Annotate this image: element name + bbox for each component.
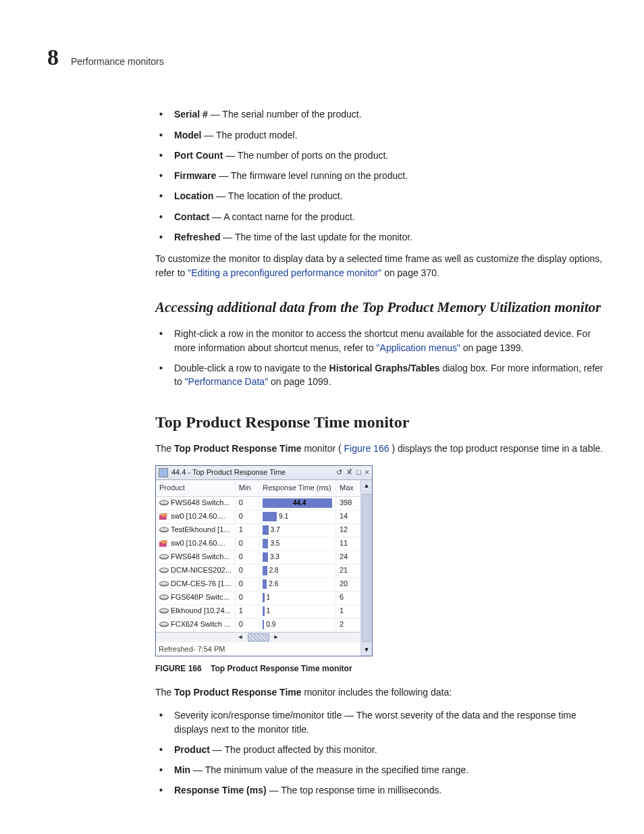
col-max[interactable]: Max — [336, 480, 360, 497]
response-time-bar — [263, 525, 269, 535]
cell-product: FGS648P Switc... — [156, 591, 235, 604]
vertical-scrollbar[interactable]: ▲ ▼ — [360, 480, 372, 656]
product-name: TestElkhound [1... — [171, 525, 230, 533]
table-row[interactable]: FGS648P Switc...016 — [156, 591, 360, 604]
maximize-icon[interactable]: □ — [356, 467, 361, 478]
cell-response-time: 0.9 — [259, 618, 336, 631]
section-heading: Top Product Response Time monitor — [155, 411, 603, 434]
link-application-menus[interactable]: "Application menus" — [377, 342, 460, 353]
svg-point-5 — [160, 527, 169, 531]
list-item: Model — The product model. — [155, 128, 603, 142]
svg-rect-3 — [161, 513, 167, 517]
table-row[interactable]: sw0 [10.24.60....09.114 — [156, 510, 360, 523]
accessing-list: Right-click a row in the monitor to acce… — [155, 327, 603, 388]
switch-device-icon — [159, 621, 169, 628]
bold-text: Historical Graphs/Tables — [329, 363, 440, 373]
switch-device-icon — [159, 581, 169, 588]
response-time-bar — [263, 552, 268, 562]
product-name: FCX624 Switch ... — [171, 620, 230, 628]
cell-min: 0 — [235, 537, 259, 550]
chapter-number: 8 — [47, 41, 59, 74]
nic-device-icon — [159, 540, 169, 547]
list-item: Min — The minimum value of the measure i… — [155, 763, 603, 777]
response-time-value: 2.6 — [269, 579, 278, 590]
cell-max: 24 — [336, 550, 360, 564]
link-editing-preconfigured[interactable]: "Editing a preconfigured performance mon… — [188, 267, 381, 278]
cell-max: 2 — [336, 618, 360, 631]
switch-device-icon — [159, 527, 169, 533]
figure-label: FIGURE 166 — [155, 664, 202, 673]
scroll-up-icon[interactable]: ▲ — [361, 480, 372, 492]
figure-caption: FIGURE 166 Top Product Response Time mon… — [155, 663, 603, 675]
cell-response-time: 2.8 — [259, 564, 336, 577]
description: — The serial number of the product. — [208, 109, 362, 120]
response-time-value: 0.9 — [266, 620, 275, 630]
term: Min — [174, 764, 190, 775]
table-row[interactable]: TestElkhound [1...13.712 — [156, 523, 360, 537]
collapse-icon[interactable]: ✕̂ — [346, 467, 352, 478]
close-icon[interactable]: × — [365, 467, 369, 478]
term: Contact — [174, 211, 209, 222]
response-time-bar — [263, 539, 268, 548]
cell-product: sw0 [10.24.60.... — [156, 537, 235, 550]
description: — The product affected by this monitor. — [210, 744, 377, 755]
horizontal-scrollbar[interactable]: ◄ ► — [156, 632, 360, 642]
cell-max: 14 — [336, 510, 360, 523]
cell-response-time: 1 — [259, 604, 336, 618]
description: — The product model. — [201, 130, 297, 140]
svg-point-11 — [160, 568, 169, 572]
nic-device-icon — [159, 513, 169, 520]
accessing-heading: Accessing additional data from the Top P… — [155, 297, 603, 317]
intro-paragraph: The Top Product Response Time monitor ( … — [155, 442, 603, 455]
cell-response-time: 9.1 — [259, 510, 336, 523]
figure-166: 44.4 - Top Product Response Time ↺ ✕̂ □ … — [155, 465, 603, 675]
scroll-left-icon[interactable]: ◄ — [238, 633, 244, 642]
customize-paragraph: To customize the monitor to display data… — [155, 252, 603, 280]
table-row[interactable]: FWS648 Switch...044.4398 — [156, 496, 360, 510]
list-item: Response Time (ms) — The top response ti… — [155, 783, 603, 797]
table-row[interactable]: Elkhound [10.24...111 — [156, 604, 360, 618]
cell-max: 1 — [336, 604, 360, 618]
product-name: sw0 [10.24.60.... — [171, 539, 225, 547]
data-points-list: Severity icon/response time/monitor titl… — [155, 708, 603, 797]
scroll-thumb[interactable] — [362, 494, 371, 642]
switch-device-icon — [159, 594, 169, 601]
link-figure-166[interactable]: Figure 166 — [344, 443, 390, 454]
scroll-thumb[interactable] — [248, 633, 269, 642]
bold-text: Top Product Response Time — [174, 443, 302, 454]
cell-min: 0 — [235, 550, 259, 564]
cell-product: DCM-NICES202... — [156, 564, 235, 577]
table-row[interactable]: sw0 [10.24.60....03.511 — [156, 537, 360, 550]
page-header: 8 Performance monitors — [47, 41, 603, 74]
response-time-bar — [263, 566, 267, 575]
cell-min: 0 — [235, 577, 259, 591]
col-product[interactable]: Product — [156, 480, 235, 497]
cell-max: 398 — [336, 496, 360, 510]
table-row[interactable]: DCM-CES-76 [1...02.620 — [156, 577, 360, 591]
table-row[interactable]: FCX624 Switch ...00.92 — [156, 618, 360, 631]
switch-device-icon — [159, 567, 169, 574]
cell-min: 0 — [235, 510, 259, 523]
link-performance-data[interactable]: "Performance Data" — [185, 376, 269, 387]
cell-response-time: 3.3 — [259, 550, 336, 564]
svg-point-19 — [160, 622, 169, 626]
table-row[interactable]: FWS648 Switch...03.324 — [156, 550, 360, 564]
product-name: FWS648 Switch... — [171, 498, 230, 506]
titlebar-controls: ↺ ✕̂ □ × — [336, 467, 369, 478]
switch-device-icon — [159, 608, 169, 615]
refresh-icon[interactable]: ↺ — [336, 467, 342, 478]
list-item: Refreshed — The time of the last update … — [155, 230, 603, 244]
term: Serial # — [174, 109, 208, 120]
switch-device-icon — [159, 554, 169, 561]
scroll-right-icon[interactable]: ► — [273, 633, 279, 642]
response-time-value: 3.3 — [270, 552, 279, 563]
table-header-row: Product Min Response Time (ms) Max — [156, 480, 360, 497]
response-time-value: 44.4 — [293, 498, 306, 509]
col-response-time[interactable]: Response Time (ms) — [259, 480, 336, 497]
table-row[interactable]: DCM-NICES202...02.821 — [156, 564, 360, 577]
switch-device-icon — [159, 500, 169, 506]
chapter-title: Performance monitors — [71, 55, 164, 68]
col-min[interactable]: Min — [235, 480, 259, 497]
scroll-down-icon[interactable]: ▼ — [361, 644, 372, 656]
list-item: Contact — A contact name for the product… — [155, 210, 603, 224]
